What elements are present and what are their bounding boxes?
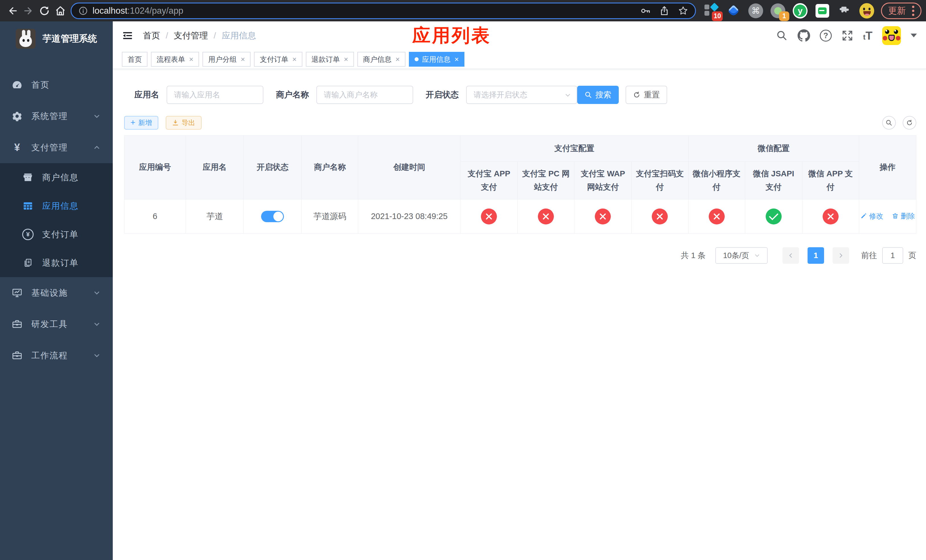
extension-command-icon[interactable]: ⌘ [748,3,763,18]
close-icon[interactable]: × [189,55,193,64]
pencil-icon [860,212,867,219]
fullscreen-icon[interactable] [841,30,853,42]
wx-app-status-icon [823,209,838,224]
toggle-search-button[interactable] [882,116,896,130]
hamburger-collapse-icon [122,30,133,41]
site-info-icon[interactable] [78,6,88,16]
sidebar-item-dev-tools[interactable]: 研发工具 [0,309,113,340]
share-icon[interactable] [659,6,669,16]
cell-app-name: 芋道 [186,200,244,233]
extension-y-icon[interactable]: y [793,3,808,18]
sidebar-item-refund-orders[interactable]: 退款订单 [0,249,113,277]
payment-submenu: 商户信息 应用信息 ¥ 支付订单 退款订单 [0,163,113,277]
page-number-1[interactable]: 1 [808,247,824,264]
wx-lite-status-icon [709,209,725,224]
delete-link[interactable]: 删除 [892,211,915,221]
breadcrumb-home[interactable]: 首页 [143,30,160,42]
add-button[interactable]: + 新增 [124,116,158,130]
app-logo[interactable]: 芋道管理系统 [0,21,113,52]
col-header-wx-lite: 微信小程序支付 [688,162,745,200]
close-icon[interactable]: × [395,55,400,64]
document-copy-icon [22,258,34,268]
extension-blocks-icon[interactable]: 10 [704,3,719,18]
sidebar-item-app-info[interactable]: 应用信息 [0,192,113,220]
extension-kite-icon[interactable] [726,3,741,18]
extension-chat-icon[interactable] [815,3,830,18]
chevron-up-icon [93,144,101,151]
col-header-created: 创建时间 [358,136,460,200]
bookmark-star-icon[interactable] [678,6,688,16]
close-icon[interactable]: × [241,55,245,64]
close-icon[interactable]: × [292,55,297,64]
chevron-down-icon [93,289,101,297]
extension-recorder-icon[interactable]: 1 [770,3,785,18]
browser-reload-button[interactable] [36,3,52,19]
edit-link[interactable]: 修改 [860,211,883,221]
extensions-puzzle-icon[interactable] [837,3,852,18]
back-arrow-icon [7,5,18,16]
sidebar-item-pay-orders[interactable]: ¥ 支付订单 [0,220,113,249]
sidebar-item-system[interactable]: 系统管理 [0,101,113,132]
refresh-table-button[interactable] [903,116,916,130]
sidebar-collapse-button[interactable] [122,30,133,41]
col-header-alipay-wap: 支付宝 WAP 网站支付 [574,162,632,200]
col-header-wx-jsapi: 微信 JSAPI 支付 [745,162,802,200]
merchant-name-label: 商户名称 [276,89,309,101]
col-header-ops: 操作 [859,136,916,200]
sidebar-item-payment[interactable]: ¥ 支付管理 [0,132,113,163]
enabled-switch[interactable] [261,211,284,222]
status-label: 开启状态 [426,89,459,101]
page-size-select[interactable]: 10条/页 [715,247,768,264]
group-header-wechat: 微信配置 [688,136,859,162]
prev-page-button[interactable] [782,247,799,264]
app-name-input[interactable] [166,86,263,104]
reset-button[interactable]: 重置 [626,86,667,104]
extension-badge: 10 [712,11,723,21]
trash-icon [892,212,899,219]
sidebar-item-home[interactable]: 首页 [0,69,113,101]
tab-app-info-active[interactable]: 应用信息× [409,52,465,67]
github-icon[interactable] [797,29,810,42]
toolbox-icon [11,319,23,330]
tab-home[interactable]: 首页 [122,52,147,67]
home-icon [55,5,66,16]
browser-forward-button[interactable] [21,3,36,19]
alipay-wap-status-icon [595,209,611,224]
tab-process-form[interactable]: 流程表单× [151,52,199,67]
avatar-dropdown-caret-icon[interactable] [911,33,917,41]
address-bar[interactable]: localhost:1024/pay/app [71,3,696,19]
close-icon[interactable]: × [454,55,459,64]
browser-update-button[interactable]: 更新 [881,3,921,19]
export-button[interactable]: 导出 [166,116,201,130]
user-avatar[interactable] [882,26,901,45]
tab-user-group[interactable]: 用户分组× [203,52,251,67]
status-select[interactable] [466,86,577,104]
storefront-icon [22,172,34,183]
tags-view-bar: 首页 流程表单× 用户分组× 支付订单× 退款订单× 商户信息× 应用信息× [113,50,926,69]
sidebar-item-workflow[interactable]: 工作流程 [0,340,113,371]
chevron-down-icon [93,112,101,120]
sidebar-item-merchant-info[interactable]: 商户信息 [0,163,113,192]
toolbox-icon [11,350,23,361]
font-size-icon[interactable]: tT [863,29,873,42]
tab-pay-orders[interactable]: 支付订单× [254,52,302,67]
help-icon[interactable]: ? [820,30,832,42]
next-page-button[interactable] [832,247,849,264]
browser-menu-icon[interactable] [912,6,914,16]
browser-back-button[interactable] [5,3,21,19]
browser-home-button[interactable] [52,3,68,19]
refresh-icon [906,120,913,126]
search-icon [585,91,592,98]
search-icon[interactable] [776,30,788,42]
browser-profile-avatar[interactable] [859,3,874,18]
close-icon[interactable]: × [344,55,348,64]
group-header-alipay: 支付宝配置 [460,136,688,162]
password-key-icon[interactable] [640,6,651,16]
goto-page-input[interactable] [882,247,903,264]
tab-merchant-info[interactable]: 商户信息× [357,52,406,67]
merchant-name-input[interactable] [316,86,413,104]
breadcrumb-payment[interactable]: 支付管理 [174,30,208,42]
sidebar-item-infrastructure[interactable]: 基础设施 [0,277,113,309]
search-button[interactable]: 搜索 [577,86,619,104]
tab-refund-orders[interactable]: 退款订单× [306,52,354,67]
